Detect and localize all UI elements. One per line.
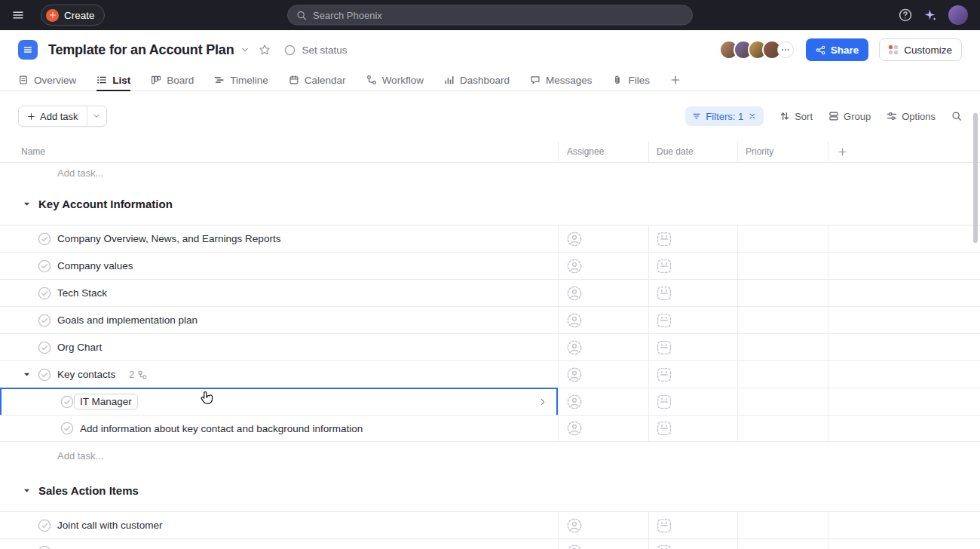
priority-cell[interactable]: [737, 416, 828, 441]
task-check-icon[interactable]: [38, 545, 51, 549]
task-title-editor[interactable]: IT Manager: [74, 394, 138, 409]
options-button[interactable]: Options: [887, 111, 936, 122]
add-task-main[interactable]: Add task: [19, 106, 87, 126]
task-check-icon[interactable]: [38, 259, 51, 273]
tab-dashboard[interactable]: Dashboard: [444, 69, 510, 90]
task-check-icon[interactable]: [38, 287, 51, 300]
priority-cell[interactable]: [737, 253, 828, 279]
due-date-cell[interactable]: [648, 253, 737, 279]
column-header-due-date[interactable]: Due date: [648, 141, 737, 162]
sort-button[interactable]: Sort: [779, 111, 813, 122]
name-cell[interactable]: Please fill in more sales action items h…: [0, 539, 558, 549]
assignee-cell[interactable]: [558, 253, 648, 279]
assignee-cell[interactable]: [558, 539, 648, 549]
assignee-cell[interactable]: [558, 307, 648, 333]
task-check-icon[interactable]: [38, 341, 51, 354]
create-button[interactable]: Create: [41, 5, 105, 26]
tab-board[interactable]: Board: [151, 69, 194, 90]
assignee-cell[interactable]: [558, 388, 648, 415]
due-date-cell[interactable]: [648, 361, 737, 388]
task-check-icon[interactable]: [60, 422, 74, 435]
group-button[interactable]: Group: [828, 111, 871, 122]
subtask-row[interactable]: Add information about key contact and ba…: [0, 415, 980, 442]
section-collapse-icon[interactable]: [21, 485, 32, 495]
due-date-cell[interactable]: [648, 416, 737, 441]
priority-cell[interactable]: [737, 388, 828, 415]
assignee-cell[interactable]: [558, 334, 648, 360]
due-date-cell[interactable]: [648, 334, 737, 360]
add-task-row[interactable]: Add task...: [0, 163, 980, 182]
name-cell[interactable]: IT Manager: [0, 388, 558, 415]
menu-button[interactable]: [12, 9, 24, 21]
task-row[interactable]: Goals and implementation plan: [0, 306, 980, 333]
due-date-cell[interactable]: [648, 388, 737, 415]
column-header-assignee[interactable]: Assignee: [558, 141, 648, 162]
assignee-cell[interactable]: [558, 225, 648, 252]
task-row[interactable]: Tech Stack: [0, 279, 980, 306]
column-header-priority[interactable]: Priority: [737, 141, 828, 162]
task-row[interactable]: Org Chart: [0, 333, 980, 360]
task-check-icon[interactable]: [38, 519, 51, 532]
column-header-name[interactable]: Name: [0, 141, 558, 162]
tab-overview[interactable]: Overview: [18, 69, 76, 90]
priority-cell[interactable]: [737, 307, 828, 333]
customize-button[interactable]: Customize: [879, 38, 962, 61]
section-row[interactable]: Sales Action Items: [0, 469, 980, 511]
task-check-icon[interactable]: [38, 232, 51, 246]
user-avatar[interactable]: [948, 5, 968, 25]
share-button[interactable]: Share: [806, 38, 869, 61]
scrollbar-thumb[interactable]: [973, 113, 978, 243]
task-row[interactable]: Please fill in more sales action items h…: [0, 538, 980, 549]
priority-cell[interactable]: [737, 512, 828, 538]
priority-cell[interactable]: [737, 280, 828, 306]
add-task-dropdown[interactable]: [87, 106, 106, 126]
section-collapse-icon[interactable]: [21, 198, 32, 209]
expand-toggle-icon[interactable]: [21, 370, 32, 380]
filters-pill[interactable]: Filters: 1: [685, 106, 764, 126]
help-button[interactable]: [899, 8, 912, 22]
assignee-cell[interactable]: [558, 280, 648, 306]
name-cell[interactable]: Add information about key contact and ba…: [0, 416, 558, 441]
priority-cell[interactable]: [737, 539, 828, 549]
tab-calendar[interactable]: Calendar: [289, 69, 346, 90]
name-cell[interactable]: Tech Stack: [0, 280, 558, 306]
task-row[interactable]: Joint call with customer: [0, 511, 980, 538]
task-row[interactable]: Company values: [0, 252, 980, 279]
assistant-button[interactable]: [923, 8, 937, 22]
task-row[interactable]: Company Overview, News, and Earnings Rep…: [0, 225, 980, 252]
tab-list[interactable]: List: [96, 69, 130, 90]
name-cell[interactable]: Company values: [0, 253, 558, 279]
due-date-cell[interactable]: [648, 307, 737, 333]
global-search-input[interactable]: Search Phoenix: [287, 5, 693, 26]
due-date-cell[interactable]: [648, 539, 737, 549]
name-cell[interactable]: Org Chart: [0, 334, 558, 360]
task-check-icon[interactable]: [38, 368, 51, 382]
title-menu-chevron-icon[interactable]: [240, 45, 250, 54]
priority-cell[interactable]: [737, 334, 828, 360]
task-check-icon[interactable]: [60, 395, 74, 409]
open-task-chevron-icon[interactable]: [538, 397, 547, 406]
favorite-star-icon[interactable]: [259, 44, 271, 56]
task-check-icon[interactable]: [38, 314, 51, 327]
tab-files[interactable]: Files: [612, 69, 650, 90]
search-tasks-button[interactable]: [951, 111, 962, 121]
due-date-cell[interactable]: [648, 225, 737, 252]
due-date-cell[interactable]: [648, 280, 737, 306]
add-task-row[interactable]: Add task...: [0, 442, 980, 469]
assignee-cell[interactable]: [558, 512, 648, 538]
priority-cell[interactable]: [737, 361, 828, 388]
tab-messages[interactable]: Messages: [530, 69, 593, 90]
add-column-button[interactable]: [828, 141, 980, 162]
task-row[interactable]: Key contacts2: [0, 360, 980, 388]
clear-filters-icon[interactable]: [748, 112, 757, 121]
priority-cell[interactable]: [737, 225, 828, 252]
section-row[interactable]: Key Account Information: [0, 182, 980, 225]
name-cell[interactable]: Joint call with customer: [0, 512, 558, 538]
name-cell[interactable]: Key contacts2: [0, 361, 558, 388]
more-collaborators-button[interactable]: [777, 41, 794, 58]
set-status-button[interactable]: Set status: [284, 44, 347, 56]
due-date-cell[interactable]: [648, 512, 737, 538]
assignee-cell[interactable]: [558, 416, 648, 441]
tab-timeline[interactable]: Timeline: [214, 69, 268, 90]
name-cell[interactable]: Goals and implementation plan: [0, 307, 558, 333]
